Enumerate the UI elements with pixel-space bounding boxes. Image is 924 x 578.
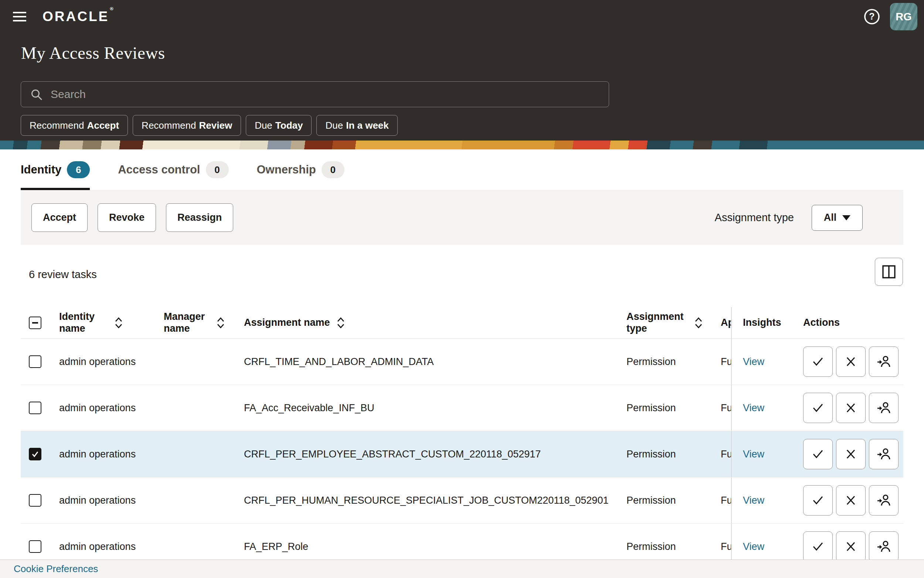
filter-chips: RecommendAccept RecommendReview DueToday… xyxy=(21,115,398,136)
tab-identity[interactable]: Identity 6 xyxy=(21,149,90,190)
table-row-selected[interactable]: admin operations CRFL_PER_EMPLOYEE_ABSTR… xyxy=(21,431,903,477)
x-icon xyxy=(845,495,856,506)
table-row[interactable]: admin operations CRFL_PER_HUMAN_RESOURCE… xyxy=(21,477,903,524)
filter-recommend-accept[interactable]: RecommendAccept xyxy=(21,115,128,136)
accept-button[interactable]: Accept xyxy=(31,203,87,232)
reassign-person-icon xyxy=(877,355,891,369)
cell-assignment-type: Permission xyxy=(621,339,711,385)
reassign-person-icon xyxy=(877,447,891,461)
select-all-checkbox[interactable] xyxy=(29,317,41,329)
accept-row-button[interactable] xyxy=(803,439,833,469)
filter-due-today[interactable]: DueToday xyxy=(246,115,312,136)
column-header-identity-name: Identity name xyxy=(59,311,103,334)
revoke-row-button[interactable] xyxy=(836,531,866,562)
check-icon xyxy=(812,356,824,368)
row-checkbox[interactable] xyxy=(29,356,41,368)
tab-ownership[interactable]: Ownership 0 xyxy=(257,149,345,190)
reassign-row-button[interactable] xyxy=(869,346,898,377)
check-icon xyxy=(31,450,39,458)
decorative-banner xyxy=(0,141,924,149)
view-insights-link[interactable]: View xyxy=(743,495,764,506)
review-task-count: 6 review tasks xyxy=(29,268,97,281)
view-insights-link[interactable]: View xyxy=(743,402,764,414)
column-header-assignment-name: Assignment name xyxy=(244,317,330,328)
table-row[interactable]: admin operations CRFL_TIME_AND_LABOR_ADM… xyxy=(21,339,903,385)
manage-columns-button[interactable] xyxy=(875,258,903,286)
hamburger-menu-icon[interactable] xyxy=(13,7,32,26)
tab-identity-count-badge: 6 xyxy=(67,161,90,178)
revoke-row-button[interactable] xyxy=(836,439,866,469)
accept-row-button[interactable] xyxy=(803,531,833,562)
table-summary-row: 6 review tasks xyxy=(21,255,903,296)
cell-assignment-name: CRFL_PER_HUMAN_RESOURCE_SPECIALIST_JOB_C… xyxy=(238,477,621,523)
view-insights-link[interactable]: View xyxy=(743,541,764,552)
revoke-row-button[interactable] xyxy=(836,346,866,377)
cell-assignment-type: Permission xyxy=(621,477,711,523)
accept-row-button[interactable] xyxy=(803,485,833,516)
revoke-button[interactable]: Revoke xyxy=(97,203,156,232)
x-icon xyxy=(845,541,856,552)
cell-manager-name xyxy=(157,385,238,431)
table-row[interactable]: admin operations FA_Acc_Receivable_INF_B… xyxy=(21,385,903,431)
columns-icon xyxy=(882,265,896,279)
revoke-row-button[interactable] xyxy=(836,485,866,516)
cell-assignment-name: CRFL_TIME_AND_LABOR_ADMIN_DATA xyxy=(238,339,621,385)
bulk-actions-toolbar: Accept Revoke Reassign Assignment type A… xyxy=(21,190,903,245)
tab-access-control-count-badge: 0 xyxy=(206,161,229,178)
cell-assignment-name: CRFL_PER_EMPLOYEE_ABSTRACT_CUSTOM_220118… xyxy=(238,431,621,477)
accept-row-button[interactable] xyxy=(803,393,833,423)
cookie-preferences-link[interactable]: Cookie Preferences xyxy=(14,563,98,575)
top-bar: ORACLE® ? RG xyxy=(0,0,924,33)
reassign-button[interactable]: Reassign xyxy=(166,203,233,232)
help-icon[interactable]: ? xyxy=(863,8,880,25)
reassign-row-button[interactable] xyxy=(869,393,898,423)
row-checkbox[interactable] xyxy=(29,402,41,414)
reassign-person-icon xyxy=(877,401,891,415)
cell-app-truncated: Fu xyxy=(711,477,732,523)
chevron-down-icon xyxy=(842,215,850,221)
column-header-insights: Insights xyxy=(732,307,795,338)
page-footer: Cookie Preferences xyxy=(0,560,924,578)
cell-identity-name: admin operations xyxy=(54,385,157,431)
page-title: My Access Reviews xyxy=(21,43,165,63)
reassign-row-button[interactable] xyxy=(869,439,898,469)
reassign-person-icon xyxy=(877,493,891,507)
sort-icon[interactable] xyxy=(694,316,702,330)
search-input[interactable] xyxy=(21,81,609,107)
view-insights-link[interactable]: View xyxy=(743,448,764,460)
x-icon xyxy=(845,448,856,459)
row-checkbox[interactable] xyxy=(29,540,41,553)
search-icon xyxy=(30,88,43,101)
check-icon xyxy=(812,494,824,507)
cell-identity-name: admin operations xyxy=(54,477,157,523)
assignment-type-dropdown[interactable]: All xyxy=(812,205,863,231)
sort-icon[interactable] xyxy=(115,316,123,330)
reassign-person-icon xyxy=(877,539,891,554)
my-access-reviews-page: ORACLE® ? RG My Access Reviews Recommend… xyxy=(0,0,924,578)
cell-identity-name: admin operations xyxy=(54,431,157,477)
accept-row-button[interactable] xyxy=(803,346,833,377)
column-header-manager-name: Manager name xyxy=(164,311,207,334)
cell-manager-name xyxy=(157,477,238,523)
avatar[interactable]: RG xyxy=(890,3,918,30)
reassign-row-button[interactable] xyxy=(869,485,898,516)
sort-icon[interactable] xyxy=(217,316,225,330)
row-checkbox-checked[interactable] xyxy=(29,448,41,460)
view-insights-link[interactable]: View xyxy=(743,356,764,368)
filter-recommend-review[interactable]: RecommendReview xyxy=(133,115,241,136)
check-icon xyxy=(812,402,824,414)
assignment-type-label: Assignment type xyxy=(715,211,794,224)
row-checkbox[interactable] xyxy=(29,494,41,507)
revoke-row-button[interactable] xyxy=(836,393,866,423)
tab-access-control[interactable]: Access control 0 xyxy=(118,149,228,190)
tab-bar: Identity 6 Access control 0 Ownership 0 xyxy=(21,149,903,190)
reassign-row-button[interactable] xyxy=(869,531,898,562)
cell-app-truncated: Fu xyxy=(711,339,732,385)
cell-app-truncated: Fu xyxy=(711,431,732,477)
filter-due-in-a-week[interactable]: DueIn a week xyxy=(316,115,397,136)
check-icon xyxy=(812,540,824,553)
x-icon xyxy=(845,356,856,367)
tab-ownership-count-badge: 0 xyxy=(322,161,345,178)
table-header-row: Identity name Manager name Assignment na… xyxy=(21,307,903,339)
sort-icon[interactable] xyxy=(337,316,345,330)
